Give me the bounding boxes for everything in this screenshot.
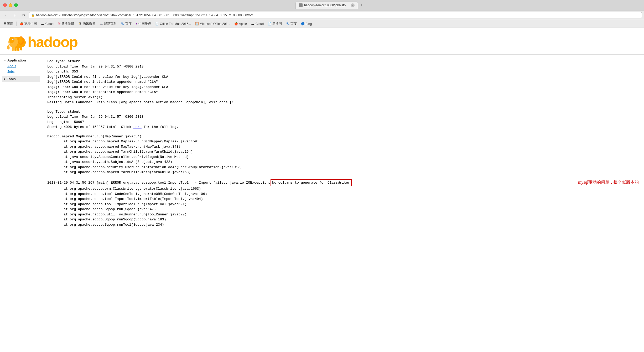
tab-favicon bbox=[299, 3, 303, 7]
bookmark-apps[interactable]: ⠿ 应用 bbox=[2, 21, 15, 27]
error-line-5: Intercepting System.exit(1) bbox=[47, 95, 639, 100]
bookmark-ms-office-label: Microsoft Office 201... bbox=[200, 22, 230, 26]
bookmark-tencent-weibo[interactable]: 🐧 腾讯微博 bbox=[76, 21, 97, 27]
address-input[interactable]: 🔒 hadoop-senior:19888/jobhistory/logs/ha… bbox=[29, 12, 642, 18]
stack2-line-3: at org.apache.sqoop.tool.ImportTool.impo… bbox=[47, 196, 573, 202]
address-text: hadoop-senior:19888/jobhistory/logs/hado… bbox=[36, 13, 253, 17]
bookmark-icloud2[interactable]: ☁ iCloud bbox=[249, 21, 266, 27]
stack-line-3: at org.apache.hadoop.mapred.YarnChild$2.… bbox=[47, 149, 639, 154]
bookmark-weibo-label: 新浪微博 bbox=[61, 22, 74, 26]
stack-line-5: at javax.security.auth.Subject.doAs(Subj… bbox=[47, 159, 639, 165]
back-button[interactable]: ‹ bbox=[2, 12, 9, 19]
stack2-line-2: at org.apache.sqoop.tool.CodeGenTool.gen… bbox=[47, 191, 573, 197]
application-arrow-icon: ▼ bbox=[4, 59, 6, 62]
bookmark-apple[interactable]: 🍎 Apple bbox=[232, 21, 249, 27]
bookmark-wikipedia[interactable]: 📖 维基百科 bbox=[98, 21, 118, 27]
sidebar-tools-header[interactable]: ▶ Tools bbox=[2, 76, 40, 82]
apple-icon: 🍎 bbox=[234, 22, 238, 25]
error-highlight: No columns to generate for ClassWriter bbox=[271, 179, 351, 187]
stack2-line-5: at org.apache.sqoop.Sqoop.run(Sqoop.java… bbox=[47, 207, 573, 212]
bookmark-baidu2[interactable]: 🐾 百度 bbox=[284, 21, 299, 27]
hadoop-logo-area: hadoop bbox=[0, 28, 644, 55]
log-upload-time-2: Log Upload Time: Mon Jan 29 04:31:57 -08… bbox=[47, 114, 639, 120]
sidebar-about-link[interactable]: About bbox=[2, 63, 40, 69]
stack-line-6: at org.apache.hadoop.security.UserGroupI… bbox=[47, 165, 639, 170]
tencent-icon: 🐧 bbox=[78, 22, 82, 25]
browser-chrome: hadoop-senior:19888/jobhisto... × + ‹ › … bbox=[0, 0, 644, 28]
stdout-section: Log Type: stdout Log Upload Time: Mon Ja… bbox=[47, 109, 639, 130]
bookmark-bing[interactable]: 🔵 Bing bbox=[299, 21, 314, 27]
stack2-line-4: at org.apache.sqoop.tool.ImportTool.run(… bbox=[47, 202, 573, 207]
icloud2-icon: ☁ bbox=[251, 22, 254, 25]
bookmark-sina-label: 新浪网 bbox=[272, 22, 282, 26]
bookmarks-bar: ⠿ 应用 🍎 苹果中国 ☁ iCloud 微 新浪微博 🐧 腾讯微博 📖 维基百… bbox=[0, 20, 644, 28]
bookmark-ms-office[interactable]: 🪟 Microsoft Office 201... bbox=[193, 21, 232, 27]
full-log-link[interactable]: here bbox=[133, 125, 142, 129]
tab-close-icon[interactable]: × bbox=[351, 3, 355, 7]
wiki-icon: 📖 bbox=[100, 22, 103, 25]
sidebar-tools-label: Tools bbox=[7, 77, 16, 81]
bookmark-office-mac-label: Office For Mac 2016... bbox=[160, 22, 191, 26]
error-line-1: log4j:ERROR Could not find value for key… bbox=[47, 74, 639, 80]
main-error-content: 2018-01-29 04:31:50,267 [main] ERROR org… bbox=[47, 179, 573, 227]
log-type-1: Log Type: stderr bbox=[47, 59, 639, 64]
svg-rect-10 bbox=[20, 47, 22, 50]
close-button[interactable] bbox=[3, 3, 7, 7]
minimize-button[interactable] bbox=[9, 3, 12, 7]
sidebar-application-label: Application bbox=[7, 58, 26, 62]
svg-rect-8 bbox=[14, 47, 17, 51]
divider bbox=[16, 22, 17, 26]
bookmark-icloud-label: iCloud bbox=[45, 22, 54, 26]
bookmark-office-mac[interactable]: 📄 Office For Mac 2016... bbox=[153, 21, 193, 27]
bookmark-apple-china[interactable]: 🍎 苹果中国 bbox=[18, 21, 39, 27]
page-layout: ▼ Application About Jobs ▶ Tools Log Typ… bbox=[0, 55, 644, 231]
bookmark-baidu2-label: 百度 bbox=[290, 22, 297, 26]
error-line-6: Failing Oozie Launcher, Main class [org.… bbox=[47, 100, 639, 105]
sidebar: ▼ Application About Jobs ▶ Tools bbox=[0, 55, 42, 231]
stack-line-1: at org.apache.hadoop.mapred.MapTask.runO… bbox=[47, 139, 639, 144]
bing-icon: 🔵 bbox=[301, 22, 305, 25]
hadoop-title-text: hadoop bbox=[28, 33, 77, 50]
hadoop-elephant-logo bbox=[5, 32, 29, 52]
yahoo-icon: Y bbox=[136, 22, 138, 25]
main-error-section: 2018-01-29 04:31:50,267 [main] ERROR org… bbox=[47, 179, 639, 227]
stack-line-0: hadoop.mapred.MapRunner.run(MapRunner.ja… bbox=[47, 134, 639, 139]
bookmark-yahoo-label: 中国雅虎 bbox=[138, 22, 151, 26]
refresh-button[interactable]: ↻ bbox=[20, 12, 27, 19]
sidebar-application-section: ▼ Application About Jobs bbox=[2, 57, 40, 74]
sina-icon: 📄 bbox=[268, 22, 272, 25]
tab-title: hadoop-senior:19888/jobhisto... bbox=[304, 3, 348, 7]
error-line-4: log4j:ERROR Could not instantiate append… bbox=[47, 90, 639, 95]
bookmark-bing-label: Bing bbox=[305, 22, 312, 26]
annotation-text: mysql驱动的问题，换个低版本的 bbox=[578, 180, 639, 184]
forward-button[interactable]: › bbox=[11, 12, 18, 19]
baidu2-icon: 🐾 bbox=[286, 22, 290, 25]
error-line-2: log4j:ERROR Could not instantiate append… bbox=[47, 79, 639, 85]
office-mac-icon: 📄 bbox=[155, 22, 159, 25]
bookmark-icloud2-label: iCloud bbox=[255, 22, 264, 26]
weibo-icon: 微 bbox=[58, 22, 61, 26]
showing-post: for the full log. bbox=[142, 125, 178, 129]
main-error-pre: 2018-01-29 04:31:50,267 [main] ERROR org… bbox=[47, 180, 271, 185]
bookmark-wiki-label: 维基百科 bbox=[104, 22, 117, 26]
active-tab[interactable]: hadoop-senior:19888/jobhisto... × bbox=[295, 2, 358, 9]
maximize-button[interactable] bbox=[14, 3, 18, 7]
bookmark-yahoo-china[interactable]: Y 中国雅虎 bbox=[134, 21, 153, 27]
bookmark-sina[interactable]: 📄 新浪网 bbox=[266, 21, 284, 27]
stderr-section: Log Type: stderr Log Upload Time: Mon Ja… bbox=[47, 59, 639, 105]
bookmark-weibo[interactable]: 微 新浪微博 bbox=[56, 21, 76, 27]
baidu-icon: 🐾 bbox=[121, 22, 124, 25]
stack-line-4: at java.security.AccessController.doPriv… bbox=[47, 154, 639, 160]
showing-pre: Showing 4096 bytes of 150967 total. Clic… bbox=[47, 125, 133, 129]
new-tab-button[interactable]: + bbox=[358, 2, 365, 9]
ms-office-icon: 🪟 bbox=[195, 22, 199, 25]
sidebar-application-header[interactable]: ▼ Application bbox=[2, 57, 40, 63]
sidebar-jobs-link[interactable]: Jobs bbox=[2, 69, 40, 74]
icloud-icon: ☁ bbox=[41, 22, 44, 25]
svg-rect-9 bbox=[17, 47, 19, 51]
bookmark-baidu[interactable]: 🐾 百度 bbox=[119, 21, 133, 27]
annotation-area: mysql驱动的问题，换个低版本的 bbox=[578, 180, 639, 185]
stack2-line-8: at org.apache.sqoop.Sqoop.runTool(Sqoop.… bbox=[47, 222, 573, 227]
bookmark-icloud[interactable]: ☁ iCloud bbox=[39, 21, 55, 27]
apple-china-icon: 🍎 bbox=[20, 22, 23, 25]
